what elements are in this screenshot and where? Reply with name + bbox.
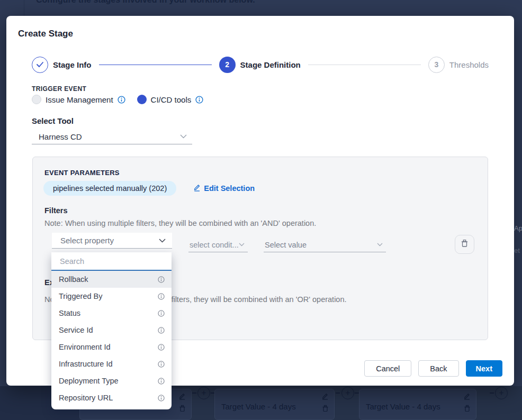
info-icon[interactable]	[118, 96, 125, 104]
dropdown-item-list: Rollback Triggered By Status Service Id …	[51, 271, 172, 406]
tool-select-value: Harness CD	[39, 132, 82, 141]
property-dropdown: Rollback Triggered By Status Service Id …	[51, 252, 172, 409]
step-number: 3	[428, 57, 445, 73]
edit-selection-label: Edit Selection	[204, 184, 255, 193]
info-icon[interactable]	[158, 344, 165, 351]
background-stage-card: Target Value - 4 days	[214, 389, 335, 420]
screen: Configure the stages involved in your wo…	[0, 0, 522, 420]
dropdown-search	[51, 252, 172, 271]
background-page-heading: Configure the stages involved in your wo…	[36, 0, 255, 5]
dropdown-item[interactable]: Repository URL	[51, 389, 172, 406]
stepper: Stage Info 2 Stage Definition 3 Threshol…	[32, 54, 489, 75]
radio-label[interactable]: CI/CD tools	[151, 95, 192, 104]
back-button[interactable]: Back	[418, 360, 458, 377]
filter-condition-select[interactable]: select condit...	[188, 238, 248, 252]
dropdown-item-label: Triggered By	[59, 292, 102, 300]
background-text-fragment: Ap	[514, 224, 522, 232]
background-connector	[490, 392, 494, 394]
dropdown-item[interactable]: Rollback	[51, 271, 172, 288]
radio-cicd-tools[interactable]: CI/CD tools	[137, 95, 204, 104]
step-number: 2	[219, 57, 236, 73]
background-stage-card: Target Value - 4 days	[359, 389, 476, 420]
info-icon[interactable]	[158, 378, 165, 385]
background-connector	[192, 392, 196, 394]
info-icon[interactable]	[158, 361, 165, 368]
step-label: Stage Definition	[240, 60, 301, 69]
edit-selection-link[interactable]: Edit Selection	[193, 184, 255, 193]
trash-icon	[322, 405, 329, 414]
dropdown-item[interactable]: Service Id	[51, 322, 172, 339]
modal-title: Create Stage	[18, 29, 73, 39]
info-icon[interactable]	[158, 395, 165, 401]
search-input[interactable]	[59, 257, 164, 266]
step-label: Thresholds	[449, 60, 489, 69]
radio-circle-selected[interactable]	[137, 95, 147, 104]
check-icon	[32, 57, 48, 73]
dropdown-item-label: Service Id	[59, 326, 93, 334]
stepper-connector	[99, 65, 212, 65]
dropdown-item[interactable]: Infrastructure Id	[51, 355, 172, 372]
edit-icon	[321, 392, 329, 402]
info-icon[interactable]	[158, 276, 165, 283]
card-label: Target Value - 4 days	[221, 402, 296, 411]
chevron-down-icon	[159, 239, 166, 243]
filter-property-select[interactable]: Select property	[52, 233, 172, 249]
next-button[interactable]: Next	[466, 360, 502, 377]
trash-icon	[461, 239, 469, 250]
dropdown-item-label: Infrastructure Id	[59, 360, 113, 368]
dropdown-item[interactable]: Status	[51, 305, 172, 322]
value-placeholder: Select value	[265, 241, 307, 249]
dropdown-item[interactable]: Triggered By	[51, 288, 172, 305]
selection-pill: pipelines selected manually (202)	[43, 181, 176, 196]
trigger-event-options: Issue Management CI/CD tools	[32, 95, 203, 104]
info-icon[interactable]	[158, 293, 165, 300]
filters-title: Filters	[44, 206, 68, 215]
plus-icon: +	[495, 387, 508, 399]
dropdown-item-label: Environment Id	[59, 343, 111, 351]
chevron-down-icon	[239, 243, 245, 246]
info-icon[interactable]	[195, 96, 203, 104]
dropdown-item[interactable]: Deployment Type	[51, 372, 172, 389]
plus-icon: +	[197, 387, 210, 399]
dropdown-item-label: Status	[59, 309, 80, 317]
info-icon[interactable]	[158, 327, 165, 334]
filter-value-select[interactable]: Select value	[264, 238, 386, 252]
dropdown-item-label: Repository URL	[59, 394, 113, 402]
step-stage-info[interactable]: Stage Info	[32, 57, 92, 73]
edit-icon	[178, 392, 186, 402]
cancel-button[interactable]: Cancel	[364, 360, 411, 377]
chevron-down-icon	[377, 243, 383, 246]
trash-icon	[464, 405, 471, 414]
dropdown-item-label: Rollback	[59, 275, 88, 284]
dropdown-item[interactable]: Environment Id	[51, 339, 172, 355]
radio-issue-management[interactable]: Issue Management	[32, 95, 125, 104]
dropdown-item-label: Deployment Type	[59, 377, 119, 385]
plus-icon: +	[341, 387, 354, 399]
select-tool-label: Select Tool	[32, 116, 74, 125]
background-connector	[355, 392, 359, 394]
radio-label[interactable]: Issue Management	[46, 95, 113, 104]
step-thresholds[interactable]: 3 Thresholds	[428, 57, 489, 73]
background-text-fragment: et	[514, 246, 520, 254]
step-stage-definition[interactable]: 2 Stage Definition	[219, 57, 301, 73]
property-placeholder: Select property	[60, 236, 114, 245]
radio-circle-unselected[interactable]	[32, 95, 41, 104]
stepper-connector	[308, 65, 421, 65]
chevron-down-icon	[180, 134, 187, 139]
event-parameters-title: EVENT PARAMETERS	[44, 169, 120, 177]
edit-icon	[193, 184, 201, 193]
card-label: Target Value - 4 days	[366, 402, 440, 411]
info-icon[interactable]	[158, 310, 165, 317]
background-connector	[336, 392, 340, 394]
tool-select[interactable]: Harness CD	[32, 129, 192, 144]
condition-placeholder: select condit...	[190, 241, 239, 249]
edit-icon	[463, 392, 471, 402]
delete-filter-button[interactable]	[455, 235, 474, 254]
filters-note: Note: When using multiple filters, they …	[44, 219, 316, 227]
modal-footer: Cancel Back Next	[364, 360, 502, 377]
background-sidebar-divider	[24, 0, 24, 16]
trash-icon	[179, 405, 186, 414]
trigger-event-label: TRIGGER EVENT	[32, 85, 86, 93]
step-label: Stage Info	[53, 60, 92, 69]
